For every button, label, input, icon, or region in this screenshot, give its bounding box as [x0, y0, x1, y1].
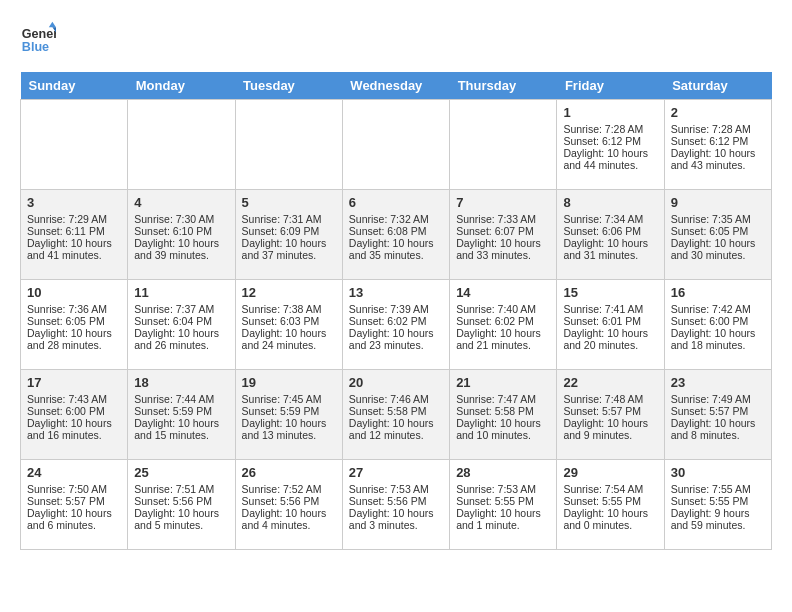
- day-info: and 12 minutes.: [349, 429, 443, 441]
- day-info: Daylight: 10 hours: [349, 507, 443, 519]
- calendar-cell: 9Sunrise: 7:35 AMSunset: 6:05 PMDaylight…: [664, 190, 771, 280]
- calendar-cell: [21, 100, 128, 190]
- weekday-header-sunday: Sunday: [21, 72, 128, 100]
- day-info: and 59 minutes.: [671, 519, 765, 531]
- day-info: Sunset: 6:02 PM: [349, 315, 443, 327]
- day-info: Daylight: 10 hours: [27, 327, 121, 339]
- day-info: Daylight: 10 hours: [563, 237, 657, 249]
- day-info: Sunrise: 7:36 AM: [27, 303, 121, 315]
- day-info: Sunrise: 7:44 AM: [134, 393, 228, 405]
- day-info: Sunset: 5:57 PM: [563, 405, 657, 417]
- day-info: Sunrise: 7:53 AM: [456, 483, 550, 495]
- day-info: and 0 minutes.: [563, 519, 657, 531]
- day-number: 11: [134, 285, 228, 300]
- day-info: Daylight: 10 hours: [27, 237, 121, 249]
- calendar-cell: [342, 100, 449, 190]
- day-info: Daylight: 9 hours: [671, 507, 765, 519]
- calendar-cell: 7Sunrise: 7:33 AMSunset: 6:07 PMDaylight…: [450, 190, 557, 280]
- svg-marker-2: [49, 22, 56, 27]
- calendar-cell: 8Sunrise: 7:34 AMSunset: 6:06 PMDaylight…: [557, 190, 664, 280]
- day-number: 29: [563, 465, 657, 480]
- day-info: Sunset: 6:10 PM: [134, 225, 228, 237]
- day-info: Sunset: 6:05 PM: [27, 315, 121, 327]
- calendar-cell: 16Sunrise: 7:42 AMSunset: 6:00 PMDayligh…: [664, 280, 771, 370]
- day-info: Sunset: 6:09 PM: [242, 225, 336, 237]
- day-info: Sunset: 6:12 PM: [671, 135, 765, 147]
- day-info: Daylight: 10 hours: [456, 327, 550, 339]
- day-number: 6: [349, 195, 443, 210]
- calendar-week-row: 3Sunrise: 7:29 AMSunset: 6:11 PMDaylight…: [21, 190, 772, 280]
- day-info: and 9 minutes.: [563, 429, 657, 441]
- day-info: Daylight: 10 hours: [563, 327, 657, 339]
- day-number: 22: [563, 375, 657, 390]
- day-info: Sunrise: 7:33 AM: [456, 213, 550, 225]
- day-info: Daylight: 10 hours: [242, 507, 336, 519]
- day-info: Daylight: 10 hours: [134, 327, 228, 339]
- day-number: 2: [671, 105, 765, 120]
- day-info: Sunrise: 7:47 AM: [456, 393, 550, 405]
- logo-icon: General Blue: [20, 20, 56, 56]
- day-info: Daylight: 10 hours: [671, 237, 765, 249]
- calendar-cell: 21Sunrise: 7:47 AMSunset: 5:58 PMDayligh…: [450, 370, 557, 460]
- day-info: Sunset: 6:08 PM: [349, 225, 443, 237]
- day-info: Sunrise: 7:43 AM: [27, 393, 121, 405]
- weekday-header-saturday: Saturday: [664, 72, 771, 100]
- day-info: Sunrise: 7:35 AM: [671, 213, 765, 225]
- calendar-week-row: 10Sunrise: 7:36 AMSunset: 6:05 PMDayligh…: [21, 280, 772, 370]
- day-info: and 21 minutes.: [456, 339, 550, 351]
- day-info: Daylight: 10 hours: [563, 417, 657, 429]
- calendar-cell: 12Sunrise: 7:38 AMSunset: 6:03 PMDayligh…: [235, 280, 342, 370]
- day-number: 7: [456, 195, 550, 210]
- day-number: 23: [671, 375, 765, 390]
- day-info: and 18 minutes.: [671, 339, 765, 351]
- day-info: Daylight: 10 hours: [349, 417, 443, 429]
- day-info: Sunrise: 7:49 AM: [671, 393, 765, 405]
- day-number: 9: [671, 195, 765, 210]
- day-info: and 16 minutes.: [27, 429, 121, 441]
- day-info: Sunset: 5:57 PM: [671, 405, 765, 417]
- day-info: Daylight: 10 hours: [27, 507, 121, 519]
- day-info: Daylight: 10 hours: [671, 147, 765, 159]
- calendar-cell: 30Sunrise: 7:55 AMSunset: 5:55 PMDayligh…: [664, 460, 771, 550]
- day-info: and 3 minutes.: [349, 519, 443, 531]
- day-info: and 26 minutes.: [134, 339, 228, 351]
- calendar-cell: 4Sunrise: 7:30 AMSunset: 6:10 PMDaylight…: [128, 190, 235, 280]
- day-info: and 1 minute.: [456, 519, 550, 531]
- day-info: Sunrise: 7:28 AM: [563, 123, 657, 135]
- day-info: and 41 minutes.: [27, 249, 121, 261]
- calendar-cell: 11Sunrise: 7:37 AMSunset: 6:04 PMDayligh…: [128, 280, 235, 370]
- day-info: Sunrise: 7:37 AM: [134, 303, 228, 315]
- day-info: Sunrise: 7:53 AM: [349, 483, 443, 495]
- day-info: Sunset: 6:01 PM: [563, 315, 657, 327]
- day-info: Sunrise: 7:52 AM: [242, 483, 336, 495]
- day-info: Sunset: 6:02 PM: [456, 315, 550, 327]
- day-number: 18: [134, 375, 228, 390]
- day-info: and 30 minutes.: [671, 249, 765, 261]
- logo: General Blue: [20, 20, 60, 56]
- calendar-cell: 26Sunrise: 7:52 AMSunset: 5:56 PMDayligh…: [235, 460, 342, 550]
- day-info: and 37 minutes.: [242, 249, 336, 261]
- day-number: 5: [242, 195, 336, 210]
- day-info: and 20 minutes.: [563, 339, 657, 351]
- calendar-cell: [128, 100, 235, 190]
- day-info: Sunrise: 7:54 AM: [563, 483, 657, 495]
- day-info: and 35 minutes.: [349, 249, 443, 261]
- calendar-cell: 3Sunrise: 7:29 AMSunset: 6:11 PMDaylight…: [21, 190, 128, 280]
- day-info: Sunset: 5:56 PM: [134, 495, 228, 507]
- day-info: Sunrise: 7:30 AM: [134, 213, 228, 225]
- day-info: Sunset: 6:05 PM: [671, 225, 765, 237]
- weekday-header-wednesday: Wednesday: [342, 72, 449, 100]
- day-info: Sunrise: 7:41 AM: [563, 303, 657, 315]
- day-info: Sunrise: 7:34 AM: [563, 213, 657, 225]
- day-info: Daylight: 10 hours: [242, 237, 336, 249]
- calendar-cell: 13Sunrise: 7:39 AMSunset: 6:02 PMDayligh…: [342, 280, 449, 370]
- day-info: Daylight: 10 hours: [456, 237, 550, 249]
- day-number: 26: [242, 465, 336, 480]
- day-number: 10: [27, 285, 121, 300]
- day-info: Sunset: 5:59 PM: [134, 405, 228, 417]
- day-info: and 28 minutes.: [27, 339, 121, 351]
- day-number: 21: [456, 375, 550, 390]
- day-info: Sunrise: 7:55 AM: [671, 483, 765, 495]
- calendar-header-row: SundayMondayTuesdayWednesdayThursdayFrid…: [21, 72, 772, 100]
- day-info: Sunset: 6:06 PM: [563, 225, 657, 237]
